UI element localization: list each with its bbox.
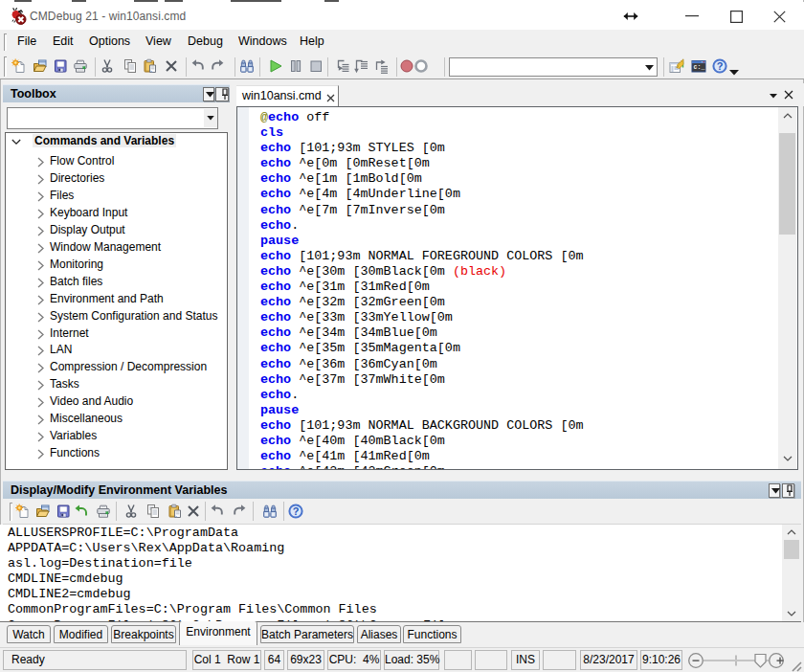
svg-text:?: ? — [293, 505, 300, 517]
svg-text:?: ? — [717, 60, 724, 72]
svg-text:c:_: c:_ — [694, 64, 705, 71]
